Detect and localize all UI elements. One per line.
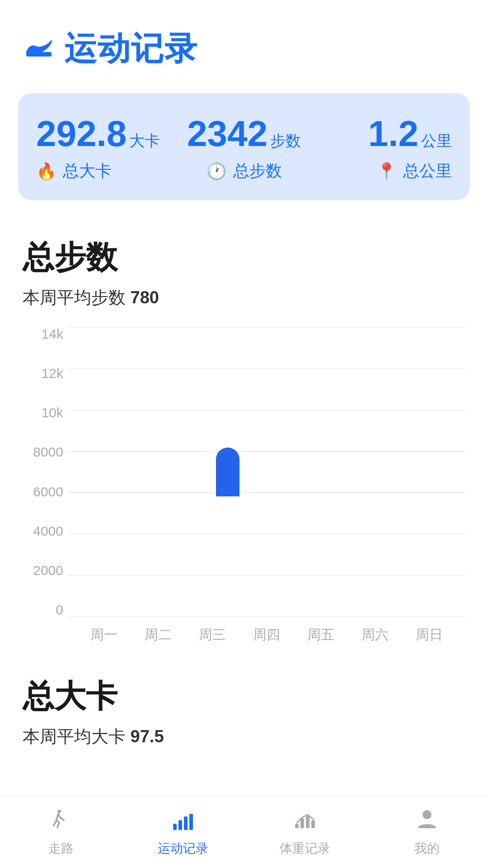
nav-profile-label: 我的 <box>414 840 440 857</box>
y-axis-label: 14k <box>23 327 63 341</box>
distance-number: 1.2 <box>368 116 418 152</box>
nav-exercise[interactable]: 运动记录 <box>122 807 244 857</box>
y-axis-label: 12k <box>23 367 63 380</box>
steps-label-row: 🕐 总步数 <box>206 160 282 182</box>
distance-label-row: 📍 总公里 <box>376 160 452 182</box>
steps-label: 总步数 <box>233 160 282 182</box>
x-axis: 周一周二周三周四周五周六周日 <box>68 617 465 653</box>
steps-unit: 步数 <box>270 131 301 151</box>
svg-rect-5 <box>295 824 299 828</box>
calories-label: 总大卡 <box>63 160 112 182</box>
x-axis-label: 周五 <box>294 626 348 644</box>
y-axis: 14k12k10k80006000400020000 <box>23 327 68 617</box>
x-axis-label: 周日 <box>402 626 456 644</box>
stat-steps: 2342 步数 🕐 总步数 <box>175 116 314 182</box>
y-axis-label: 0 <box>23 603 63 617</box>
calories-unit: 大卡 <box>129 131 160 151</box>
steps-value-row: 2342 步数 <box>187 116 301 152</box>
svg-rect-0 <box>26 52 52 57</box>
bar-col <box>402 327 456 617</box>
svg-rect-7 <box>306 816 310 828</box>
svg-rect-3 <box>184 816 188 830</box>
x-axis-label: 周一 <box>77 626 131 644</box>
steps-section: 总步数 本周平均步数 780 14k12k10k8000600040002000… <box>0 236 488 662</box>
nav-profile[interactable]: 我的 <box>366 807 488 857</box>
nav-weight[interactable]: 体重记录 <box>244 807 366 857</box>
y-axis-label: 4000 <box>23 524 63 538</box>
bar-col <box>77 327 131 617</box>
calories-section: 总大卡 本周平均大卡 97.5 <box>0 675 488 766</box>
page-title: 运动记录 <box>64 27 198 71</box>
weight-icon <box>293 807 317 836</box>
bottom-nav: 走路 运动记录 体重记录 <box>0 796 488 868</box>
walking-icon <box>49 807 73 836</box>
steps-chart: 14k12k10k80006000400020000 周一周二周三周四周五周六周… <box>23 327 465 653</box>
svg-rect-2 <box>178 820 182 830</box>
exercise-icon <box>171 807 195 836</box>
calories-section-subtitle: 本周平均大卡 97.5 <box>23 725 465 748</box>
stat-calories: 292.8 大卡 🔥 总大卡 <box>36 116 175 182</box>
x-axis-label: 周三 <box>185 626 239 644</box>
calories-number: 292.8 <box>36 116 127 152</box>
steps-section-subtitle: 本周平均步数 780 <box>23 286 465 309</box>
distance-unit: 公里 <box>421 131 452 151</box>
y-axis-label: 2000 <box>23 564 63 577</box>
steps-number: 2342 <box>187 116 267 152</box>
y-axis-label: 10k <box>23 406 63 420</box>
bars-row <box>68 327 465 617</box>
fire-icon: 🔥 <box>36 162 56 181</box>
location-icon: 📍 <box>376 162 397 181</box>
calories-section-title: 总大卡 <box>23 675 465 718</box>
y-axis-label: 6000 <box>23 485 63 499</box>
nav-walking[interactable]: 走路 <box>0 807 122 857</box>
svg-point-9 <box>422 810 432 819</box>
x-axis-label: 周四 <box>239 626 294 644</box>
x-axis-label: 周六 <box>348 626 402 644</box>
y-axis-label: 8000 <box>23 445 63 459</box>
bar-col <box>294 327 348 617</box>
page-container: 运动记录 292.8 大卡 🔥 总大卡 2342 步数 🕐 总步数 <box>0 0 488 868</box>
bar-col <box>348 327 402 617</box>
distance-label: 总公里 <box>403 160 452 182</box>
clock-icon: 🕐 <box>206 162 227 181</box>
calories-label-row: 🔥 总大卡 <box>36 160 112 182</box>
bar-col <box>131 327 185 617</box>
steps-section-title: 总步数 <box>23 236 465 279</box>
profile-icon <box>415 807 439 836</box>
nav-weight-label: 体重记录 <box>280 840 330 857</box>
svg-rect-6 <box>300 818 304 828</box>
stat-distance: 1.2 公里 📍 总公里 <box>313 116 452 182</box>
x-axis-label: 周二 <box>131 626 185 644</box>
nav-walking-label: 走路 <box>48 840 74 857</box>
svg-rect-1 <box>173 824 177 830</box>
svg-rect-4 <box>189 814 193 830</box>
distance-value-row: 1.2 公里 <box>368 116 452 152</box>
calories-value-row: 292.8 大卡 <box>36 116 160 152</box>
bar-col <box>239 327 294 617</box>
svg-rect-8 <box>311 820 315 828</box>
header: 运动记录 <box>0 0 488 84</box>
stats-card: 292.8 大卡 🔥 总大卡 2342 步数 🕐 总步数 1.2 公里 <box>18 93 470 200</box>
bar-col <box>185 327 239 617</box>
nav-exercise-label: 运动记录 <box>158 840 208 857</box>
shoe-icon <box>23 29 55 69</box>
bar <box>216 448 239 496</box>
